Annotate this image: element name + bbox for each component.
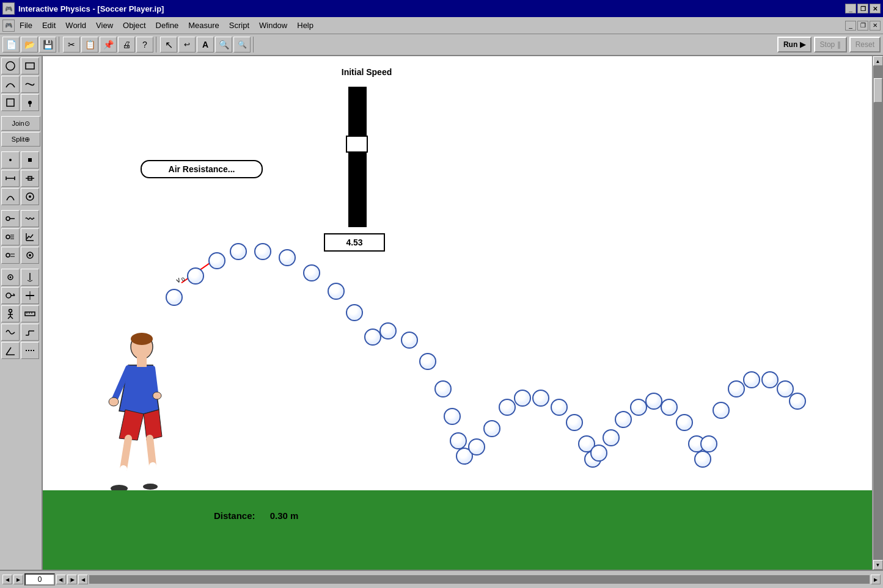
zoom-in-button[interactable]: 🔍	[215, 37, 232, 53]
new-button[interactable]: 📄	[2, 37, 20, 53]
svg-point-249	[592, 446, 606, 460]
track-tool[interactable]	[1, 210, 20, 227]
link-tool[interactable]	[21, 287, 39, 304]
square-small-tool[interactable]	[21, 151, 39, 169]
angle-tool[interactable]	[1, 342, 20, 359]
rect-tool[interactable]	[21, 57, 39, 74]
help-button[interactable]: ?	[136, 37, 153, 53]
speed-slider[interactable]	[348, 87, 367, 227]
next-frame-button[interactable]: |▶	[67, 575, 77, 584]
circle2-tool[interactable]	[21, 188, 39, 205]
soccer-ball	[166, 289, 183, 306]
damper-tool[interactable]	[21, 170, 39, 187]
sine-tool[interactable]	[1, 324, 20, 341]
svg-marker-91	[233, 248, 235, 251]
curve-tool[interactable]	[1, 76, 20, 93]
menu-app-icon[interactable]: 🎮	[2, 20, 15, 32]
menu-help[interactable]: Help	[292, 19, 318, 32]
gear-tool[interactable]	[1, 269, 20, 286]
svg-point-16	[6, 235, 10, 239]
svg-marker-199	[490, 431, 494, 434]
app-title: Interactive Physics - [Soccer Player.ip]	[18, 4, 164, 13]
spring-tool[interactable]	[1, 170, 20, 187]
svg-point-347	[779, 382, 792, 396]
svg-marker-314	[711, 440, 713, 443]
maximize-button[interactable]: ❐	[857, 4, 868, 13]
menu-script[interactable]: Script	[224, 19, 254, 32]
bottom-scroll-track[interactable]	[89, 575, 870, 584]
play-button[interactable]: ▶	[13, 575, 23, 584]
text-button[interactable]: A	[197, 37, 214, 53]
force-tool[interactable]	[21, 269, 39, 286]
scroll-track[interactable]	[873, 66, 883, 560]
scroll-up-button[interactable]: ▲	[873, 56, 883, 66]
soccer-ball	[566, 414, 583, 431]
menu-object[interactable]: Object	[118, 19, 151, 32]
join-button[interactable]: Join⊙	[1, 116, 40, 131]
measure-tool[interactable]	[1, 228, 20, 245]
dash-tool[interactable]	[21, 342, 39, 359]
open-button[interactable]: 📂	[21, 37, 38, 53]
motor-tool[interactable]	[1, 287, 20, 304]
graph-tool[interactable]	[21, 228, 39, 245]
menu-window[interactable]: Window	[254, 19, 292, 32]
dot-tool[interactable]	[1, 151, 20, 169]
reset-button[interactable]: Reset	[849, 37, 881, 53]
bottom-scroll-right[interactable]: ▶	[871, 575, 881, 584]
circle-tool[interactable]	[1, 57, 20, 74]
menu-measure[interactable]: Measure	[183, 19, 224, 32]
menu-view[interactable]: View	[91, 19, 118, 32]
frame-input[interactable]: 0	[24, 573, 55, 586]
svg-marker-234	[573, 425, 577, 427]
menu-define[interactable]: Define	[151, 19, 184, 32]
undo-button[interactable]: ↩	[178, 37, 196, 53]
pin-tool[interactable]	[21, 94, 39, 111]
svg-marker-205	[502, 408, 504, 410]
close-button[interactable]: ✕	[870, 4, 881, 13]
print-button[interactable]: 🖨	[118, 37, 135, 53]
menu-edit[interactable]: Edit	[37, 19, 60, 32]
select-button[interactable]: ↖	[160, 37, 177, 53]
paste-button[interactable]: 📌	[100, 37, 117, 53]
svg-point-186	[470, 440, 483, 454]
svg-marker-328	[738, 385, 741, 388]
svg-marker-339	[750, 382, 754, 385]
wave-tool[interactable]	[21, 210, 39, 227]
prev-frame-button[interactable]: ◀|	[56, 575, 66, 584]
scroll-right-end-button[interactable]: ◀	[78, 575, 88, 584]
air-resistance-button[interactable]: Air Resistance...	[141, 160, 263, 178]
svg-marker-77	[190, 272, 192, 275]
svg-marker-141	[390, 332, 393, 334]
svg-marker-134	[375, 338, 378, 340]
svg-marker-248	[591, 462, 595, 464]
svg-line-61	[150, 438, 153, 466]
copy-button[interactable]: 📋	[81, 37, 98, 53]
svg-marker-112	[306, 269, 309, 272]
minimize-button[interactable]: _	[845, 4, 856, 13]
svg-marker-73	[172, 300, 177, 302]
save-button[interactable]: 💾	[39, 37, 56, 53]
doc-minimize-button[interactable]: _	[845, 21, 856, 31]
person-tool[interactable]	[1, 305, 20, 322]
split-button[interactable]: Split⊕	[1, 132, 40, 147]
measure2-tool[interactable]	[1, 247, 20, 264]
stop-button[interactable]: Stop ‖	[814, 37, 847, 53]
menu-world[interactable]: World	[60, 19, 91, 32]
settings-tool[interactable]	[21, 247, 39, 264]
ruler-tool[interactable]	[21, 305, 39, 322]
scroll-thumb[interactable]	[874, 78, 882, 103]
menu-file[interactable]: File	[15, 19, 37, 32]
freeform-tool[interactable]	[21, 76, 39, 93]
scroll-left-button[interactable]: ◀	[2, 575, 12, 584]
arc-tool[interactable]	[1, 188, 20, 205]
steps-tool[interactable]	[21, 324, 39, 341]
square-tool[interactable]	[1, 94, 20, 111]
cut-button[interactable]: ✂	[63, 37, 80, 53]
scroll-down-button[interactable]: ▼	[873, 560, 883, 570]
run-button[interactable]: Run ▶	[777, 37, 812, 53]
doc-maximize-button[interactable]: ❐	[857, 21, 868, 31]
doc-close-button[interactable]: ✕	[870, 21, 881, 31]
zoom-out-button[interactable]: 🔍	[233, 37, 251, 53]
speed-value[interactable]: 4.53	[324, 233, 385, 252]
speed-slider-thumb[interactable]	[346, 136, 368, 153]
